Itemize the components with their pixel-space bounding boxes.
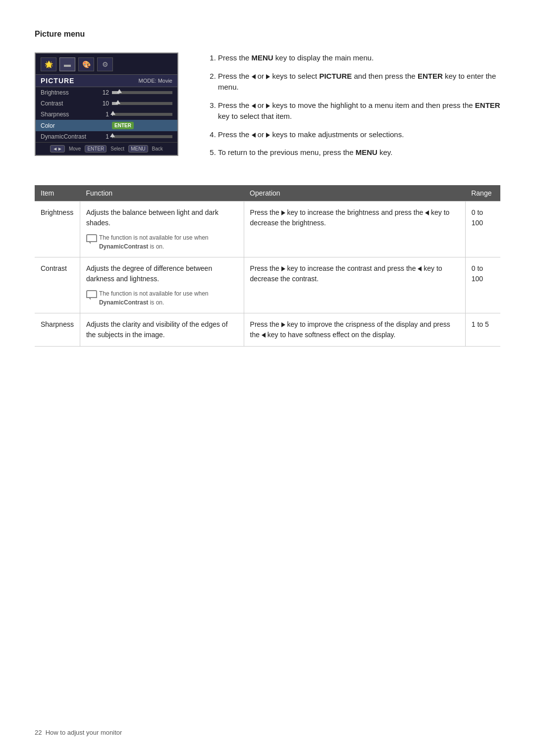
osd-bar-sharpness (112, 113, 172, 116)
key-menu-5: MENU (356, 148, 377, 156)
osd-footer-select: Select (110, 146, 124, 151)
picture-menu-table: Item Function Operation Range Brightness… (35, 185, 500, 347)
right-arrow-contrast (281, 266, 285, 271)
osd-key-move-arrows: ◄► (50, 145, 65, 152)
table-row-contrast: Contrast Adjusts the degree of differenc… (35, 257, 500, 313)
table-row-brightness: Brightness Adjusts the balance between l… (35, 201, 500, 257)
osd-container: 🌟 ▬ 🎨 ⚙ PICTURE MODE: Movie Brightness 1… (35, 52, 188, 165)
osd-icon-color: 🎨 (78, 57, 94, 71)
table-row-sharpness: Sharpness Adjusts the clarity and visibi… (35, 313, 500, 346)
osd-key-menu: MENU (128, 145, 148, 152)
table-header-row: Item Function Operation Range (35, 185, 500, 202)
left-arrow-icon-4 (252, 133, 256, 138)
instruction-2: Press the or keys to select PICTURE and … (218, 71, 500, 93)
osd-row-sharpness: Sharpness 1 (36, 109, 177, 120)
osd-value-contrast: 10 (95, 100, 109, 107)
table-body: Brightness Adjusts the balance between l… (35, 201, 500, 346)
instruction-5: To return to the previous menu, press th… (218, 147, 500, 158)
osd-enter-badge: ENTER (112, 122, 134, 129)
td-sharpness-range: 1 to 5 (465, 313, 500, 346)
page-title: Picture menu (35, 30, 500, 39)
instruction-3: Press the or keys to move the highlight … (218, 100, 500, 122)
osd-footer-back: Back (152, 146, 163, 151)
right-arrow-icon-3 (266, 103, 270, 108)
osd-label-sharpness: Sharpness (41, 111, 95, 118)
td-brightness-function: Adjusts the balance between light and da… (80, 201, 244, 257)
osd-icon-display: ▬ (59, 57, 75, 71)
table-header: Item Function Operation Range (35, 185, 500, 202)
osd-menu-title: PICTURE (41, 77, 74, 85)
instructions-section: Press the MENU key to display the main m… (208, 48, 500, 165)
left-arrow-contrast (418, 266, 422, 271)
td-sharpness-operation: Press the key to improve the crispness o… (244, 313, 465, 346)
osd-header: PICTURE MODE: Movie (36, 74, 177, 87)
td-sharpness-item: Sharpness (35, 313, 80, 346)
osd-value-dynamiccontrast: 1 (95, 133, 109, 140)
contrast-note-text: The function is not available for use wh… (99, 289, 238, 307)
key-enter-2: ENTER (418, 72, 443, 80)
osd-row-brightness: Brightness 12 (36, 87, 177, 98)
right-arrow-brightness (281, 210, 285, 215)
osd-mode: MODE: Movie (139, 78, 172, 84)
key-picture: PICTURE (319, 72, 352, 80)
col-item: Item (35, 185, 80, 202)
left-arrow-brightness (425, 210, 429, 215)
td-contrast-function: Adjusts the degree of difference between… (80, 257, 244, 313)
page-number: 22 (35, 729, 42, 736)
left-arrow-icon-3 (252, 103, 256, 108)
osd-row-dynamiccontrast: DynamicContrast 1 (36, 131, 177, 142)
brightness-note-text: The function is not available for use wh… (99, 233, 238, 251)
osd-menu: 🌟 ▬ 🎨 ⚙ PICTURE MODE: Movie Brightness 1… (35, 52, 178, 156)
osd-key-enter: ENTER (85, 145, 107, 152)
td-brightness-item: Brightness (35, 201, 80, 257)
osd-label-color: Color (41, 122, 95, 129)
instruction-4: Press the or keys to make adjustments or… (218, 129, 500, 141)
td-sharpness-function: Adjusts the clarity and visibility of th… (80, 313, 244, 346)
osd-icon-settings: ⚙ (97, 57, 113, 71)
osd-icons-row: 🌟 ▬ 🎨 ⚙ (36, 53, 177, 74)
right-arrow-icon-4 (266, 133, 270, 138)
osd-value-brightness: 12 (95, 89, 109, 96)
osd-enter-container: ENTER (112, 122, 172, 129)
right-arrow-sharpness (281, 322, 285, 327)
td-contrast-operation: Press the key to increase the contrast a… (244, 257, 465, 313)
osd-icon-picture: 🌟 (41, 57, 56, 71)
td-contrast-item: Contrast (35, 257, 80, 313)
top-section: 🌟 ▬ 🎨 ⚙ PICTURE MODE: Movie Brightness 1… (35, 48, 500, 165)
td-contrast-range: 0 to 100 (465, 257, 500, 313)
key-menu-1: MENU (252, 53, 273, 62)
osd-label-dynamiccontrast: DynamicContrast (41, 133, 95, 140)
td-brightness-range: 0 to 100 (465, 201, 500, 257)
osd-bar-dynamiccontrast (112, 135, 172, 138)
osd-bar-brightness (112, 91, 172, 94)
osd-footer-move: Move (69, 146, 81, 151)
osd-row-color: Color ENTER (36, 120, 177, 131)
osd-label-brightness: Brightness (41, 89, 95, 96)
instruction-1: Press the MENU key to display the main m… (218, 52, 500, 64)
footer-text: How to adjust your monitor (46, 729, 122, 736)
osd-footer: ◄► Move ENTER Select MENU Back (36, 142, 177, 155)
brightness-note: The function is not available for use wh… (86, 233, 238, 251)
page-footer: 22 How to adjust your monitor (35, 729, 122, 736)
osd-bar-contrast (112, 102, 172, 105)
td-brightness-operation: Press the key to increase the brightness… (244, 201, 465, 257)
col-range: Range (465, 185, 500, 202)
osd-label-contrast: Contrast (41, 100, 95, 107)
osd-row-contrast: Contrast 10 (36, 98, 177, 109)
right-arrow-icon-2 (266, 74, 270, 79)
col-function: Function (80, 185, 244, 202)
contrast-note: The function is not available for use wh… (86, 289, 238, 307)
col-operation: Operation (244, 185, 465, 202)
table-section: Item Function Operation Range Brightness… (35, 185, 500, 347)
key-enter-3: ENTER (475, 101, 500, 109)
osd-value-sharpness: 1 (95, 111, 109, 118)
left-arrow-sharpness (262, 333, 266, 338)
left-arrow-icon-2 (252, 74, 256, 79)
instructions-list: Press the MENU key to display the main m… (218, 52, 500, 158)
